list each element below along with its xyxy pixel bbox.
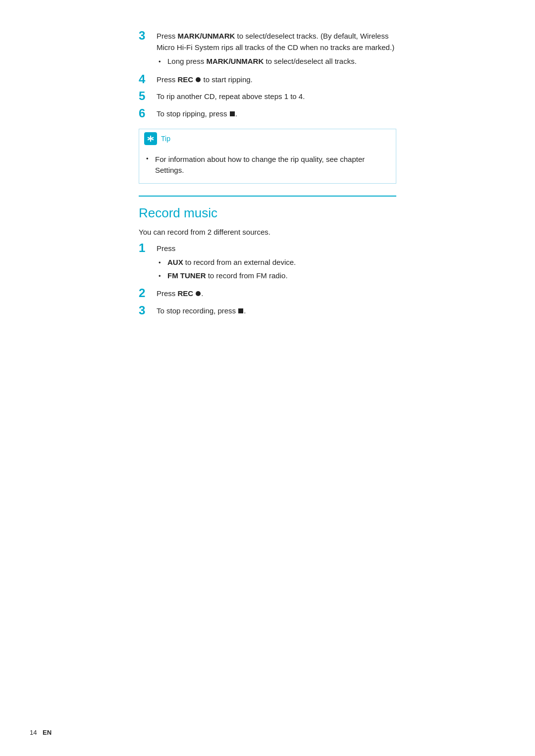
record-step-number-3: 3 bbox=[139, 303, 157, 318]
step-3-bullets: • Long press MARK/UNMARK to select/desel… bbox=[157, 56, 396, 67]
stop-square-icon-2 bbox=[238, 308, 243, 313]
step-3-bold: MARK/UNMARK bbox=[178, 32, 235, 40]
record-step-2-text: Press REC . bbox=[157, 288, 396, 300]
bullet-dot: • bbox=[159, 270, 167, 281]
record-step-1-text: Press bbox=[157, 243, 396, 254]
section-divider bbox=[139, 196, 396, 197]
record-step-3: 3 To stop recording, press . bbox=[139, 304, 396, 318]
step-number-3: 3 bbox=[139, 29, 157, 43]
tip-bullets: • For information about how to change th… bbox=[146, 154, 389, 176]
record-step-1-bullet-fm: • FM TUNER to record from FM radio. bbox=[157, 270, 396, 282]
record-fm-text: FM TUNER to record from FM radio. bbox=[167, 270, 396, 282]
rip-step-3: 3 Press MARK/UNMARK to select/deselect t… bbox=[139, 30, 396, 69]
stop-square-icon bbox=[230, 111, 235, 116]
footer-language: EN bbox=[43, 729, 52, 736]
record-step-number-2: 2 bbox=[139, 286, 157, 301]
footer-page-number: 14 bbox=[30, 729, 37, 736]
step-3-text-before: Press bbox=[157, 32, 178, 40]
record-step-2-content: Press REC . bbox=[157, 287, 396, 300]
step-number-6: 6 bbox=[139, 106, 157, 121]
record-intro: You can record from 2 different sources. bbox=[139, 228, 396, 236]
page-content: 3 Press MARK/UNMARK to select/deselect t… bbox=[139, 20, 396, 318]
record-step-1: 1 Press • AUX to record from an external… bbox=[139, 242, 396, 284]
tip-box: Tip • For information about how to chang… bbox=[139, 129, 396, 184]
step-3-content: Press MARK/UNMARK to select/deselect tra… bbox=[157, 30, 396, 69]
step-number-5: 5 bbox=[139, 89, 157, 103]
page-footer: 14 EN bbox=[30, 729, 52, 736]
bullet-dot: • bbox=[159, 56, 167, 67]
tip-bullet-1-text: For information about how to change the … bbox=[155, 154, 389, 176]
step-6-content: To stop ripping, press . bbox=[157, 107, 396, 120]
step-4-text: Press REC to start ripping. bbox=[157, 74, 396, 86]
step-5-text: To rip another CD, repeat above steps 1 … bbox=[157, 91, 396, 102]
record-step-2: 2 Press REC . bbox=[139, 287, 396, 301]
tip-header: Tip bbox=[139, 129, 396, 148]
rec-circle-icon-2 bbox=[196, 291, 201, 296]
record-section-title: Record music bbox=[139, 205, 396, 221]
step-6-text: To stop ripping, press . bbox=[157, 108, 396, 120]
record-step-1-content: Press • AUX to record from an external d… bbox=[157, 242, 396, 284]
bullet-dot: • bbox=[159, 257, 167, 268]
asterisk-icon bbox=[147, 135, 155, 143]
record-step-1-bullet-aux: • AUX to record from an external device. bbox=[157, 257, 396, 268]
record-aux-text: AUX to record from an external device. bbox=[167, 257, 396, 268]
record-steps-list: 1 Press • AUX to record from an external… bbox=[139, 242, 396, 318]
step-3-bullet-1-text: Long press MARK/UNMARK to select/deselec… bbox=[167, 56, 396, 67]
step-4-content: Press REC to start ripping. bbox=[157, 73, 396, 86]
tip-icon bbox=[144, 132, 157, 145]
tip-body: • For information about how to change th… bbox=[139, 148, 396, 183]
record-step-number-1: 1 bbox=[139, 241, 157, 255]
rip-steps-list: 3 Press MARK/UNMARK to select/deselect t… bbox=[139, 30, 396, 121]
rip-step-6: 6 To stop ripping, press . bbox=[139, 107, 396, 121]
record-section: Record music You can record from 2 diffe… bbox=[139, 205, 396, 318]
record-step-3-content: To stop recording, press . bbox=[157, 304, 396, 317]
tip-bullet-1: • For information about how to change th… bbox=[146, 154, 389, 176]
tip-bullet-dot: • bbox=[146, 154, 155, 162]
step-5-content: To rip another CD, repeat above steps 1 … bbox=[157, 90, 396, 102]
record-step-1-bullets: • AUX to record from an external device.… bbox=[157, 257, 396, 281]
tip-label: Tip bbox=[161, 135, 170, 143]
rec-circle-icon bbox=[196, 77, 201, 82]
step-3-bullet-1: • Long press MARK/UNMARK to select/desel… bbox=[157, 56, 396, 67]
step-number-4: 4 bbox=[139, 72, 157, 87]
rip-step-5: 5 To rip another CD, repeat above steps … bbox=[139, 90, 396, 103]
rip-step-4: 4 Press REC to start ripping. bbox=[139, 73, 396, 87]
step-3-text: Press MARK/UNMARK to select/deselect tra… bbox=[157, 31, 396, 53]
record-step-3-text: To stop recording, press . bbox=[157, 305, 396, 317]
